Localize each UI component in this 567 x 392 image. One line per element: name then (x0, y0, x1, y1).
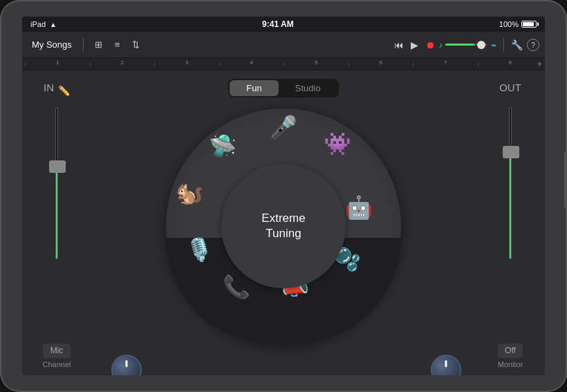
home-button (564, 152, 567, 207)
toolbar-divider (83, 38, 84, 52)
time-display: 9:41 AM (262, 19, 294, 29)
pitch-knob[interactable] (111, 355, 142, 375)
pitch-control: Pitch Control (105, 355, 149, 375)
ipad-frame: iPad ▲ 9:41 AM 100% My Songs ⊞ ≡ ⇅ ⏮ ▶ ⏺ (0, 0, 567, 392)
selected-effect-label: ExtremeTuning (261, 211, 305, 241)
ruler-mark-2: 2 (90, 62, 155, 66)
center-panel: Fun Studio 🎤 👾 🤖 (91, 71, 476, 375)
add-track-button[interactable]: + (537, 59, 542, 69)
volume-fill (445, 44, 474, 46)
wheel-item-monster[interactable]: 👾 (324, 131, 351, 157)
ruler-mark-4: 4 (219, 62, 284, 66)
toolbar-divider-right (503, 38, 504, 52)
battery-indicator (521, 21, 537, 28)
ruler-mark-7: 7 (413, 62, 478, 66)
rewind-button[interactable]: ⏮ (394, 39, 404, 50)
fader-level (56, 168, 57, 259)
tab-studio[interactable]: Studio (279, 80, 337, 96)
wheel-center: ExtremeTuning (221, 164, 346, 288)
settings-button[interactable]: ⇅ (128, 37, 144, 52)
output-fader-level (510, 153, 511, 259)
in-label: IN (44, 82, 54, 93)
list-view-button[interactable]: ≡ (111, 37, 124, 52)
out-label: OUT (499, 82, 521, 93)
volume-button (0, 166, 1, 207)
record-button[interactable]: ⏺ (425, 39, 435, 50)
effect-wheel[interactable]: 🎤 👾 🤖 🫧 📣 📞 🎙️ 🐿️ (166, 109, 401, 344)
wheel-item-micstand[interactable]: 🎙️ (185, 236, 213, 263)
ruler-mark-1: 1 (25, 62, 90, 66)
output-panel: OUT Off Monitor (476, 71, 545, 375)
wifi-icon: ▲ (50, 21, 57, 28)
volume-low-icon: ♪ (439, 41, 443, 49)
input-fader[interactable] (43, 107, 71, 370)
grid-view-button[interactable]: ⊞ (91, 37, 106, 52)
monitor-sub: Monitor (498, 360, 523, 368)
fader-track (55, 107, 58, 259)
ruler-mark-8: 8 (478, 62, 543, 66)
play-button[interactable]: ▶ (411, 39, 418, 50)
tab-selector: Fun Studio (228, 79, 338, 97)
wheel-outer: 🎤 👾 🤖 🫧 📣 📞 🎙️ 🐿️ (166, 109, 401, 344)
ruler-marks: 1 2 3 4 5 6 7 8 (25, 62, 542, 66)
edit-icon[interactable]: ✏️ (58, 85, 70, 96)
volume-thumb[interactable] (477, 41, 485, 49)
wheel-item-ufo[interactable]: 🛸 (209, 133, 236, 159)
metronome-button[interactable]: ⌁ (491, 39, 496, 50)
status-bar: iPad ▲ 9:41 AM 100% (22, 17, 545, 32)
volume-slider[interactable]: ♪ (439, 41, 487, 49)
channel-sub: Channel (43, 360, 71, 368)
distortion-control: Distortion (430, 355, 462, 375)
monitor-label: Off Monitor (498, 344, 523, 370)
distortion-knob[interactable] (431, 355, 461, 375)
battery-percent: 100% (499, 20, 519, 28)
ruler-mark-3: 3 (154, 62, 219, 66)
main-content: IN ✏️ Mic Channel (22, 71, 545, 375)
mic-value: Mic (43, 344, 71, 358)
ruler: 1 2 3 4 5 6 7 8 + (22, 58, 545, 71)
wheel-item-telephone[interactable]: 📞 (223, 274, 250, 300)
volume-track (445, 44, 487, 46)
device-label: iPad (30, 20, 46, 28)
toolbar: My Songs ⊞ ≡ ⇅ ⏮ ▶ ⏺ ♪ ⌁ 🔧 ? (22, 32, 545, 58)
wheel-item-squirrel[interactable]: 🐿️ (176, 180, 203, 206)
monitor-value: Off (498, 344, 523, 358)
mic-channel-label: Mic Channel (43, 344, 71, 370)
screen: iPad ▲ 9:41 AM 100% My Songs ⊞ ≡ ⇅ ⏮ ▶ ⏺ (22, 17, 545, 375)
input-panel: IN ✏️ Mic Channel (22, 71, 91, 375)
transport-controls: ⏮ ▶ ⏺ (394, 39, 435, 50)
fader-thumb[interactable] (49, 160, 66, 173)
output-fader[interactable] (496, 107, 524, 370)
ruler-mark-6: 6 (348, 62, 413, 66)
wheel-item-robot[interactable]: 🤖 (345, 194, 373, 221)
wrench-icon[interactable]: 🔧 (511, 39, 523, 50)
ruler-mark-5: 5 (284, 62, 348, 66)
wheel-item-microphone[interactable]: 🎤 (270, 114, 297, 140)
my-songs-button[interactable]: My Songs (28, 38, 76, 51)
help-icon[interactable]: ? (527, 39, 539, 51)
output-fader-thumb[interactable] (503, 146, 519, 158)
output-fader-track (509, 107, 512, 259)
tab-fun[interactable]: Fun (230, 80, 278, 96)
